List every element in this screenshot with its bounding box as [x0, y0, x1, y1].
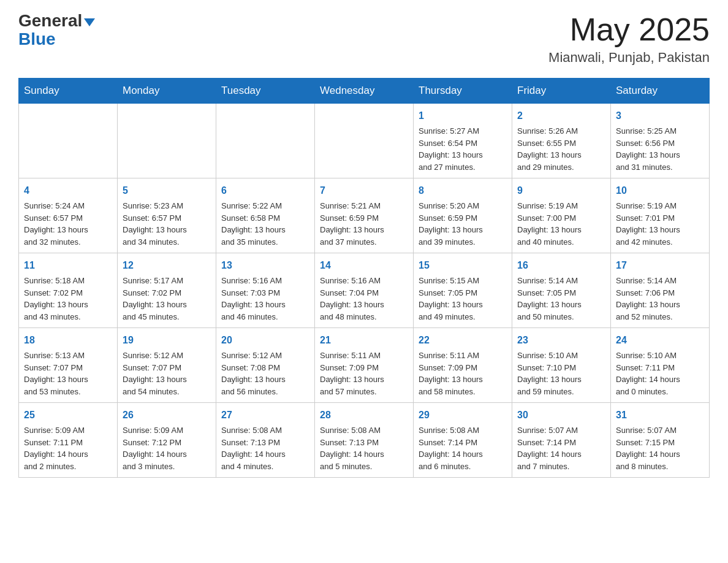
- day-cell-13: 13Sunrise: 5:16 AM Sunset: 7:03 PM Dayli…: [216, 253, 315, 328]
- day-cell-20: 20Sunrise: 5:12 AM Sunset: 7:08 PM Dayli…: [216, 328, 315, 403]
- day-cell-empty: [216, 104, 315, 178]
- day-cell-28: 28Sunrise: 5:08 AM Sunset: 7:13 PM Dayli…: [315, 403, 414, 478]
- day-cell-23: 23Sunrise: 5:10 AM Sunset: 7:10 PM Dayli…: [512, 328, 611, 403]
- day-number: 23: [517, 333, 605, 348]
- day-cell-empty: [19, 104, 118, 178]
- day-cell-1: 1Sunrise: 5:27 AM Sunset: 6:54 PM Daylig…: [414, 104, 512, 178]
- day-info: Sunrise: 5:12 AM Sunset: 7:08 PM Dayligh…: [221, 350, 309, 397]
- day-info: Sunrise: 5:08 AM Sunset: 7:13 PM Dayligh…: [221, 424, 309, 472]
- day-cell-5: 5Sunrise: 5:23 AM Sunset: 6:57 PM Daylig…: [118, 178, 216, 253]
- day-info: Sunrise: 5:13 AM Sunset: 7:07 PM Dayligh…: [24, 350, 112, 397]
- day-number: 29: [419, 408, 507, 423]
- day-info: Sunrise: 5:26 AM Sunset: 6:55 PM Dayligh…: [517, 125, 605, 173]
- day-number: 25: [24, 408, 112, 423]
- week-row-5: 25Sunrise: 5:09 AM Sunset: 7:11 PM Dayli…: [19, 403, 710, 478]
- title-section: May 2025 Mianwali, Punjab, Pakistan: [548, 12, 710, 66]
- day-info: Sunrise: 5:15 AM Sunset: 7:05 PM Dayligh…: [419, 275, 507, 323]
- day-number: 15: [419, 258, 507, 273]
- header-sunday: Sunday: [19, 79, 118, 104]
- day-number: 1: [419, 109, 507, 123]
- day-cell-27: 27Sunrise: 5:08 AM Sunset: 7:13 PM Dayli…: [216, 403, 315, 478]
- day-number: 10: [616, 183, 704, 198]
- day-cell-31: 31Sunrise: 5:07 AM Sunset: 7:15 PM Dayli…: [611, 403, 710, 478]
- day-info: Sunrise: 5:14 AM Sunset: 7:05 PM Dayligh…: [517, 275, 605, 323]
- day-number: 12: [123, 258, 211, 273]
- logo-blue-text: Blue: [18, 31, 95, 48]
- day-info: Sunrise: 5:25 AM Sunset: 6:56 PM Dayligh…: [616, 125, 704, 173]
- day-info: Sunrise: 5:10 AM Sunset: 7:10 PM Dayligh…: [517, 350, 605, 397]
- week-row-4: 18Sunrise: 5:13 AM Sunset: 7:07 PM Dayli…: [19, 328, 710, 403]
- day-cell-22: 22Sunrise: 5:11 AM Sunset: 7:09 PM Dayli…: [414, 328, 512, 403]
- location-title: Mianwali, Punjab, Pakistan: [548, 50, 710, 66]
- day-info: Sunrise: 5:12 AM Sunset: 7:07 PM Dayligh…: [123, 350, 211, 397]
- day-info: Sunrise: 5:22 AM Sunset: 6:58 PM Dayligh…: [221, 200, 309, 248]
- header-saturday: Saturday: [611, 79, 710, 104]
- day-cell-3: 3Sunrise: 5:25 AM Sunset: 6:56 PM Daylig…: [611, 104, 710, 178]
- day-info: Sunrise: 5:17 AM Sunset: 7:02 PM Dayligh…: [123, 275, 211, 323]
- day-info: Sunrise: 5:21 AM Sunset: 6:59 PM Dayligh…: [320, 200, 408, 248]
- day-number: 8: [419, 183, 507, 198]
- day-number: 17: [616, 258, 704, 273]
- day-cell-18: 18Sunrise: 5:13 AM Sunset: 7:07 PM Dayli…: [19, 328, 118, 403]
- day-cell-4: 4Sunrise: 5:24 AM Sunset: 6:57 PM Daylig…: [19, 178, 118, 253]
- day-cell-19: 19Sunrise: 5:12 AM Sunset: 7:07 PM Dayli…: [118, 328, 216, 403]
- day-cell-24: 24Sunrise: 5:10 AM Sunset: 7:11 PM Dayli…: [611, 328, 710, 403]
- day-cell-17: 17Sunrise: 5:14 AM Sunset: 7:06 PM Dayli…: [611, 253, 710, 328]
- day-info: Sunrise: 5:11 AM Sunset: 7:09 PM Dayligh…: [320, 350, 408, 397]
- day-info: Sunrise: 5:16 AM Sunset: 7:04 PM Dayligh…: [320, 275, 408, 323]
- day-number: 14: [320, 258, 408, 273]
- header-thursday: Thursday: [414, 79, 512, 104]
- day-number: 24: [616, 333, 704, 348]
- day-info: Sunrise: 5:07 AM Sunset: 7:14 PM Dayligh…: [517, 424, 605, 472]
- day-cell-empty: [118, 104, 216, 178]
- day-number: 31: [616, 408, 704, 423]
- day-info: Sunrise: 5:23 AM Sunset: 6:57 PM Dayligh…: [123, 200, 211, 248]
- day-info: Sunrise: 5:09 AM Sunset: 7:11 PM Dayligh…: [24, 424, 112, 472]
- day-info: Sunrise: 5:11 AM Sunset: 7:09 PM Dayligh…: [419, 350, 507, 397]
- day-cell-26: 26Sunrise: 5:09 AM Sunset: 7:12 PM Dayli…: [118, 403, 216, 478]
- day-info: Sunrise: 5:14 AM Sunset: 7:06 PM Dayligh…: [616, 275, 704, 323]
- day-number: 13: [221, 258, 309, 273]
- day-number: 27: [221, 408, 309, 423]
- header-tuesday: Tuesday: [216, 79, 315, 104]
- day-cell-14: 14Sunrise: 5:16 AM Sunset: 7:04 PM Dayli…: [315, 253, 414, 328]
- day-cell-25: 25Sunrise: 5:09 AM Sunset: 7:11 PM Dayli…: [19, 403, 118, 478]
- day-number: 9: [517, 183, 605, 198]
- day-number: 16: [517, 258, 605, 273]
- day-cell-16: 16Sunrise: 5:14 AM Sunset: 7:05 PM Dayli…: [512, 253, 611, 328]
- calendar-header-row: SundayMondayTuesdayWednesdayThursdayFrid…: [19, 79, 710, 104]
- day-info: Sunrise: 5:19 AM Sunset: 7:00 PM Dayligh…: [517, 200, 605, 248]
- day-cell-21: 21Sunrise: 5:11 AM Sunset: 7:09 PM Dayli…: [315, 328, 414, 403]
- day-cell-8: 8Sunrise: 5:20 AM Sunset: 6:59 PM Daylig…: [414, 178, 512, 253]
- logo-general-text: General: [18, 12, 95, 29]
- day-cell-12: 12Sunrise: 5:17 AM Sunset: 7:02 PM Dayli…: [118, 253, 216, 328]
- day-info: Sunrise: 5:18 AM Sunset: 7:02 PM Dayligh…: [24, 275, 112, 323]
- day-info: Sunrise: 5:08 AM Sunset: 7:13 PM Dayligh…: [320, 424, 408, 472]
- page-header: General Blue May 2025 Mianwali, Punjab, …: [18, 12, 710, 66]
- day-cell-30: 30Sunrise: 5:07 AM Sunset: 7:14 PM Dayli…: [512, 403, 611, 478]
- day-cell-11: 11Sunrise: 5:18 AM Sunset: 7:02 PM Dayli…: [19, 253, 118, 328]
- day-info: Sunrise: 5:08 AM Sunset: 7:14 PM Dayligh…: [419, 424, 507, 472]
- day-cell-9: 9Sunrise: 5:19 AM Sunset: 7:00 PM Daylig…: [512, 178, 611, 253]
- day-number: 30: [517, 408, 605, 423]
- day-info: Sunrise: 5:20 AM Sunset: 6:59 PM Dayligh…: [419, 200, 507, 248]
- day-number: 2: [517, 109, 605, 123]
- day-number: 19: [123, 333, 211, 348]
- day-info: Sunrise: 5:16 AM Sunset: 7:03 PM Dayligh…: [221, 275, 309, 323]
- day-number: 4: [24, 183, 112, 198]
- week-row-3: 11Sunrise: 5:18 AM Sunset: 7:02 PM Dayli…: [19, 253, 710, 328]
- month-title: May 2025: [548, 12, 710, 47]
- day-number: 21: [320, 333, 408, 348]
- day-number: 20: [221, 333, 309, 348]
- day-cell-29: 29Sunrise: 5:08 AM Sunset: 7:14 PM Dayli…: [414, 403, 512, 478]
- day-info: Sunrise: 5:07 AM Sunset: 7:15 PM Dayligh…: [616, 424, 704, 472]
- header-wednesday: Wednesday: [315, 79, 414, 104]
- calendar-table: SundayMondayTuesdayWednesdayThursdayFrid…: [18, 78, 710, 478]
- day-cell-15: 15Sunrise: 5:15 AM Sunset: 7:05 PM Dayli…: [414, 253, 512, 328]
- header-friday: Friday: [512, 79, 611, 104]
- day-number: 28: [320, 408, 408, 423]
- day-info: Sunrise: 5:10 AM Sunset: 7:11 PM Dayligh…: [616, 350, 704, 397]
- day-number: 6: [221, 183, 309, 198]
- day-number: 5: [123, 183, 211, 198]
- day-number: 18: [24, 333, 112, 348]
